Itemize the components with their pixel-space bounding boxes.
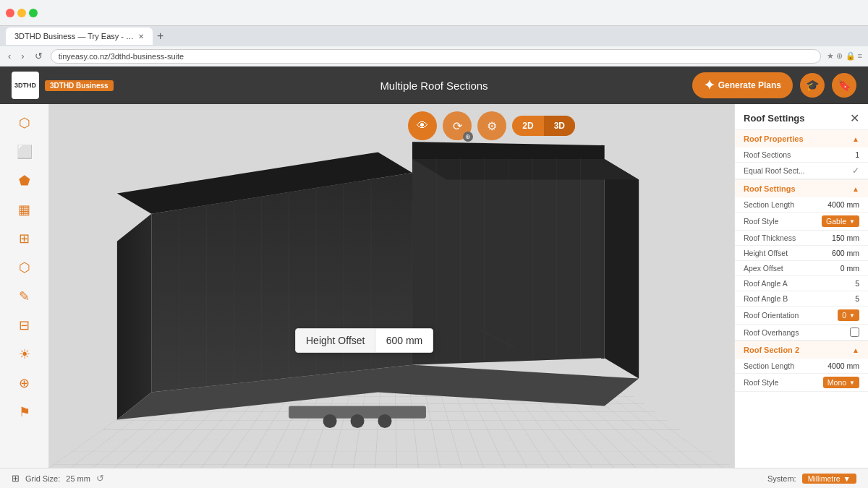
prop-value-roof-angle-a: 5 — [855, 279, 859, 288]
maximize-window-btn[interactable] — [29, 9, 38, 17]
building-left-side — [117, 214, 151, 420]
new-tab-btn[interactable]: + — [157, 30, 163, 43]
prop-label-apex-offset: Apex Offset — [744, 264, 783, 273]
pointer-tool-btn[interactable]: ⊕ — [9, 370, 40, 396]
prop-row-roof-angle-a: Roof Angle A 5 — [735, 276, 868, 291]
minimize-window-btn[interactable] — [17, 9, 26, 17]
logo-box: 3DTHD — [12, 72, 39, 99]
tooltip-label: Height Offset — [296, 329, 375, 352]
close-window-btn[interactable] — [6, 9, 14, 17]
prop-label-roof-angle-b: Roof Angle B — [744, 294, 788, 303]
building-right-roof-face — [412, 142, 605, 159]
header-right: ✦ Generate Plans 🎓 🔖 — [692, 72, 856, 98]
roof-tool-btn[interactable]: ⬡ — [9, 110, 40, 136]
building-right-roof-top — [412, 159, 639, 179]
section-label-roof-settings: Roof Settings — [744, 184, 796, 193]
prop-value-height-offset: 600 mm — [832, 249, 859, 257]
logo-area: 3DTHD 3DTHD Business — [12, 72, 114, 99]
prop-label-roof-angle-a: Roof Angle A — [744, 279, 788, 288]
prop-label-equal-roof: Equal Roof Sect... — [744, 166, 805, 175]
tab-close-btn[interactable]: ✕ — [138, 33, 144, 40]
save-button[interactable]: 🔖 — [832, 73, 856, 98]
help-button[interactable]: 🎓 — [800, 73, 825, 98]
panel-close-btn[interactable]: ✕ — [850, 111, 859, 125]
layer-tool-btn[interactable]: ⬡ — [9, 254, 40, 281]
forward-btn[interactable]: › — [19, 51, 26, 61]
roof-overhangs-checkbox[interactable] — [850, 328, 859, 337]
building-3d-scene — [49, 104, 734, 468]
generate-plans-label: Generate Plans — [718, 80, 781, 90]
brand-badge: 3DTHD Business — [45, 80, 114, 91]
active-tab[interactable]: 3DTHD Business — Try Easy - … ✕ — [6, 27, 153, 45]
building-right-side — [605, 159, 639, 379]
grid-icon: ⊞ — [12, 473, 20, 484]
height-offset-tooltip: Height Offset 600 mm — [295, 328, 433, 353]
sofa-tool-btn[interactable]: ⊟ — [9, 312, 40, 338]
dropdown-arrow-icon-3: ▼ — [849, 380, 855, 386]
grid-size-value: 25 mm — [66, 474, 90, 483]
back-btn[interactable]: ‹ — [6, 51, 13, 61]
page-title: Multiple Roof Sections — [380, 80, 488, 92]
roof-style-2-dropdown[interactable]: Mono ▼ — [823, 377, 859, 388]
system-dropdown-arrow: ▼ — [843, 474, 851, 483]
app-container: 3DTHD 3DTHD Business Multiple Roof Secti… — [0, 67, 868, 488]
main-area: ⬡ ⬜ ⬟ ▦ ⊞ ⬡ ✎ ⊟ ☀ ⊕ ⚑ — [0, 104, 868, 468]
reset-grid-btn[interactable]: ↺ — [96, 473, 104, 484]
prop-row-section-length: Section Length 4000 mm — [735, 197, 868, 213]
panel-tool-btn[interactable]: ▦ — [9, 197, 40, 223]
prop-row-roof-orientation: Roof Orientation 0 ▼ — [735, 307, 868, 325]
tooltip-value: 600 mm — [375, 329, 433, 352]
chevron-up-icon-3: ▲ — [852, 346, 859, 354]
app-header: 3DTHD 3DTHD Business Multiple Roof Secti… — [0, 67, 868, 104]
prop-row-apex-offset: Apex Offset 0 mm — [735, 261, 868, 276]
paint-tool-btn[interactable]: ✎ — [9, 283, 40, 309]
prop-label-section-length-2: Section Length — [744, 361, 794, 370]
generate-plus-icon: ✦ — [704, 77, 715, 93]
roof-style-dropdown[interactable]: Gable ▼ — [822, 215, 859, 227]
section-header-roof-properties[interactable]: Roof Properties ▲ — [735, 129, 868, 147]
prop-label-roof-style-2: Roof Style — [744, 378, 778, 387]
wheel-2 — [351, 414, 365, 428]
address-bar: ‹ › ↺ ★ ⊕ 🔒 ≡ — [0, 46, 868, 67]
section-header-roof-settings[interactable]: Roof Settings ▲ — [735, 179, 868, 197]
section-label-roof-properties: Roof Properties — [744, 134, 804, 143]
prop-value-roof-thickness: 150 mm — [832, 234, 859, 242]
prop-row-roof-style-2: Roof Style Mono ▼ — [735, 374, 868, 392]
light-tool-btn[interactable]: ☀ — [9, 341, 40, 367]
perspective-tool-btn[interactable]: ⬟ — [9, 168, 40, 194]
prop-row-roof-style: Roof Style Gable ▼ — [735, 213, 868, 231]
panel-header: Roof Settings ✕ — [735, 104, 868, 129]
window-controls — [6, 9, 38, 17]
view-3d-btn[interactable]: 3D — [544, 116, 575, 136]
prop-label-roof-style: Roof Style — [744, 217, 778, 226]
bottom-right: System: Millimetre ▼ — [767, 474, 856, 484]
view-2d-btn[interactable]: 2D — [512, 116, 543, 136]
rotate-mode-btn[interactable]: ⟳ ⊕ — [443, 111, 472, 140]
prop-row-height-offset: Height Offset 600 mm — [735, 246, 868, 261]
prop-row-section-length-2: Section Length 4000 mm — [735, 359, 868, 374]
generate-plans-button[interactable]: ✦ Generate Plans — [692, 72, 793, 98]
prop-value-section-length: 4000 mm — [827, 200, 859, 209]
bottom-bar: ⊞ Grid Size: 25 mm ↺ System: Millimetre … — [0, 468, 868, 488]
box-tool-btn[interactable]: ⬜ — [9, 139, 40, 165]
bookmark-tool-btn[interactable]: ⚑ — [9, 399, 40, 425]
refresh-btn[interactable]: ↺ — [33, 51, 45, 61]
chevron-up-icon-2: ▲ — [852, 185, 859, 193]
prop-label-roof-thickness: Roof Thickness — [744, 234, 796, 242]
prop-value-roof-angle-b: 5 — [855, 294, 859, 303]
window-tool-btn[interactable]: ⊞ — [9, 226, 40, 252]
prop-row-roof-angle-b: Roof Angle B 5 — [735, 291, 868, 307]
system-dropdown[interactable]: Millimetre ▼ — [802, 474, 856, 484]
prop-value-section-length-2: 4000 mm — [827, 361, 859, 370]
roof-style-value: Gable — [826, 217, 846, 226]
viewport[interactable]: Height Offset 600 mm 👁 ⟳ ⊕ ⚙ 2D 3D — [49, 104, 734, 468]
camera-mode-btn[interactable]: 👁 — [408, 111, 437, 140]
prop-label-roof-sections: Roof Sections — [744, 150, 791, 159]
roof-orientation-dropdown[interactable]: 0 ▼ — [838, 309, 859, 321]
dropdown-arrow-icon-2: ▼ — [849, 312, 855, 319]
prop-row-roof-sections: Roof Sections 1 — [735, 147, 868, 163]
address-input[interactable] — [51, 49, 822, 64]
section-header-roof-section-2[interactable]: Roof Section 2 ▲ — [735, 341, 868, 359]
prop-label-roof-overhangs: Roof Overhangs — [744, 328, 799, 337]
settings-mode-btn[interactable]: ⚙ — [477, 111, 506, 140]
